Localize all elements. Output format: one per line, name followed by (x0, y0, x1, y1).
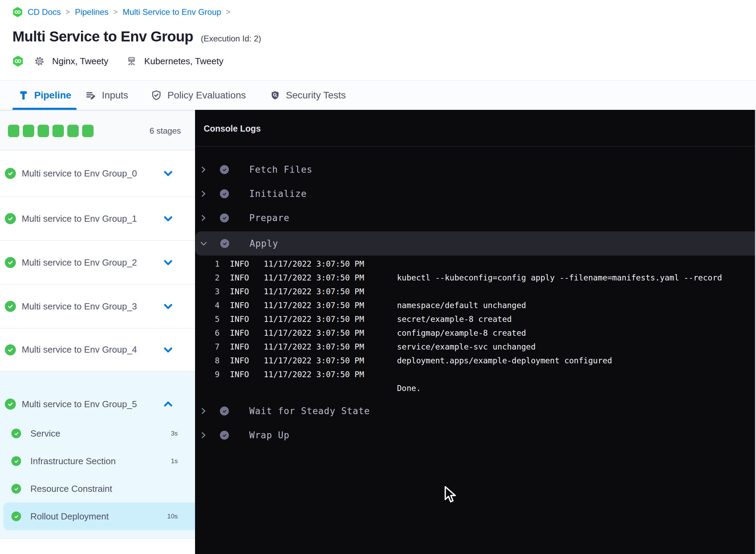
success-check-icon (11, 456, 21, 466)
log-line-number: 1 (202, 259, 220, 268)
tab-policy-evaluations[interactable]: Policy Evaluations (151, 80, 246, 110)
log-timestamp: 11/17/2022 3:07:50 PM (264, 328, 387, 337)
log-level: INFO (230, 342, 253, 351)
success-check-icon (5, 168, 16, 179)
console-step-initialize[interactable]: Initialize (195, 182, 756, 206)
console-logs-title: Console Logs (204, 124, 261, 134)
stage-row[interactable]: Multi service to Env Group_2 (0, 241, 195, 285)
chevron-down-icon[interactable] (162, 300, 174, 312)
tab-security-tests[interactable]: Security Tests (270, 80, 346, 110)
log-line-number: 7 (202, 342, 220, 351)
log-level: INFO (230, 315, 253, 324)
log-timestamp: 11/17/2022 3:07:50 PM (264, 301, 387, 310)
breadcrumb-link-cd-docs[interactable]: CD Docs (28, 7, 61, 17)
console-step-wrap-up[interactable]: Wrap Up (195, 423, 756, 447)
console-step-label: Wait for Steady State (249, 406, 370, 416)
console-log-lines: 1INFO11/17/2022 3:07:50 PM 2INFO11/17/20… (195, 257, 756, 395)
chevron-down-icon[interactable] (199, 239, 208, 248)
log-message: configmap/example-8 created (397, 328, 756, 337)
log-line: 2INFO11/17/2022 3:07:50 PMkubectl --kube… (195, 271, 756, 285)
chevron-right-icon[interactable] (199, 407, 208, 416)
log-line: 1INFO11/17/2022 3:07:50 PM (195, 257, 756, 271)
step-success-check-icon (220, 407, 229, 416)
chevron-right-icon[interactable] (199, 213, 208, 222)
log-message: kubectl --kubeconfig=config apply --file… (397, 273, 756, 282)
stage-row[interactable]: Multi service to Env Group_1 (0, 197, 195, 241)
chevron-up-icon[interactable] (162, 398, 174, 410)
stage-label: Multi service to Env Group_4 (22, 344, 137, 355)
success-check-icon (5, 213, 16, 224)
chevron-right-icon[interactable] (199, 189, 208, 198)
log-line: 8INFO11/17/2022 3:07:50 PMdeployment.app… (195, 354, 756, 367)
log-line-number: 3 (202, 287, 220, 296)
breadcrumb-link-pipeline-name[interactable]: Multi Service to Env Group (123, 7, 221, 17)
log-timestamp: 11/17/2022 3:07:50 PM (264, 315, 387, 324)
log-timestamp: 11/17/2022 3:07:50 PM (264, 370, 387, 379)
success-check-icon (11, 484, 21, 494)
services-label[interactable]: Nginx, Tweety (52, 56, 108, 67)
stage-row[interactable]: Multi service to Env Group_3 (0, 285, 195, 328)
chevron-right-icon[interactable] (199, 165, 208, 174)
environment-icon (126, 56, 137, 66)
chevron-right-icon[interactable] (199, 431, 208, 440)
chevron-down-icon[interactable] (162, 168, 174, 179)
log-line: 4INFO11/17/2022 3:07:50 PMnamespace/defa… (195, 298, 756, 312)
stage-row[interactable]: Multi service to Env Group_0 (0, 150, 195, 197)
log-level: INFO (230, 370, 253, 379)
tab-inputs[interactable]: Inputs (85, 80, 128, 110)
tab-pipeline[interactable]: Pipeline (18, 80, 71, 110)
chevron-down-icon[interactable] (162, 257, 174, 268)
step-row-infrastructure[interactable]: Infrastructure Section 1s (0, 450, 195, 472)
console-step-label: Initialize (249, 189, 307, 199)
console-step-label: Apply (250, 238, 278, 249)
log-message: namespace/default unchanged (397, 301, 756, 310)
success-check-icon (11, 429, 21, 438)
log-line: 6INFO11/17/2022 3:07:50 PMconfigmap/exam… (195, 326, 756, 340)
breadcrumb-separator: > (226, 8, 231, 17)
stage-label: Multi service to Env Group_3 (22, 301, 137, 312)
console-step-wait-steady-state[interactable]: Wait for Steady State (195, 399, 756, 423)
console-step-apply-expanded[interactable]: Apply (195, 231, 756, 256)
stage-label: Multi service to Env Group_0 (22, 168, 137, 179)
breadcrumb-link-pipelines[interactable]: Pipelines (75, 7, 108, 17)
console-step-label: Fetch Files (249, 164, 312, 175)
log-line: Done. (195, 381, 756, 395)
console-step-prepare[interactable]: Prepare (195, 206, 756, 230)
step-row-rollout-deployment[interactable]: Rollout Deployment 10s (0, 505, 195, 528)
console-step-fetch-files[interactable]: Fetch Files (195, 157, 756, 182)
console-logs-panel: Console Logs Fetch Files Initialize Prep… (195, 110, 756, 554)
step-label: Infrastructure Section (30, 456, 116, 467)
success-check-icon (5, 301, 16, 312)
log-level: INFO (230, 328, 253, 337)
expanded-stage-section: Multi service to Env Group_5 Service 3s … (0, 371, 195, 539)
tab-pipeline-label: Pipeline (34, 90, 71, 101)
success-check-icon (5, 257, 16, 268)
log-level: INFO (230, 301, 253, 310)
console-step-label: Wrap Up (249, 430, 290, 440)
step-row-resource-constraint[interactable]: Resource Constraint (0, 477, 195, 500)
log-line: 7INFO11/17/2022 3:07:50 PMservice/exampl… (195, 340, 756, 354)
stage-status-square (82, 125, 94, 137)
step-label: Rollout Deployment (30, 511, 109, 522)
security-shield-icon (270, 90, 280, 101)
chevron-down-icon[interactable] (162, 344, 174, 356)
step-row-service[interactable]: Service 3s (0, 422, 195, 445)
execution-id-label: (Execution Id: 2) (201, 34, 261, 44)
stage-row[interactable]: Multi service to Env Group_4 (0, 328, 195, 371)
chevron-down-icon[interactable] (162, 213, 174, 225)
stage-label: Multi service to Env Group_2 (22, 257, 137, 268)
step-duration: 3s (171, 430, 178, 437)
environments-label[interactable]: Kubernetes, Tweety (144, 56, 223, 67)
pipeline-execution-page: CD Docs > Pipelines > Multi Service to E… (0, 0, 756, 554)
gear-icon (34, 56, 45, 66)
log-line-number: 4 (202, 301, 220, 310)
stages-count-label: 6 stages (149, 111, 181, 151)
step-success-check-icon (220, 431, 229, 440)
stage-row-expanded[interactable]: Multi service to Env Group_5 (0, 392, 195, 416)
log-line: 3INFO11/17/2022 3:07:50 PM (195, 285, 756, 298)
stage-status-square (38, 125, 49, 137)
stage-status-square (67, 125, 79, 137)
stage-label: Multi service to Env Group_5 (22, 399, 137, 410)
tab-bar: Pipeline Inputs Policy Evaluations Secur… (0, 80, 756, 110)
console-step-label: Prepare (249, 213, 290, 223)
